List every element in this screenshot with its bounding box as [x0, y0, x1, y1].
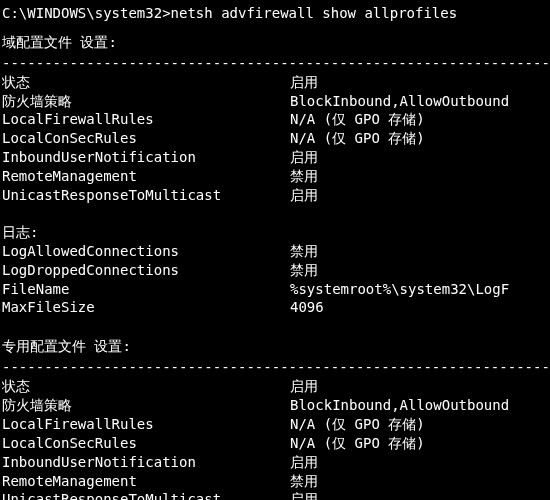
output-row: 防火墙策略BlockInbound,AllowOutbound [2, 396, 548, 415]
output-value: 启用 [290, 186, 548, 205]
output-key: LogAllowedConnections [2, 242, 290, 261]
output-key: LocalConSecRules [2, 434, 290, 453]
divider: ----------------------------------------… [2, 358, 548, 377]
output-key: LogDroppedConnections [2, 261, 290, 280]
output-value: 禁用 [290, 261, 548, 280]
prompt-command: netsh advfirewall show allprofiles [171, 5, 458, 21]
output-row: LocalConSecRulesN/A (仅 GPO 存储) [2, 434, 548, 453]
output-value: 禁用 [290, 472, 548, 491]
output-value: N/A (仅 GPO 存储) [290, 129, 548, 148]
output-key: FileName [2, 280, 290, 299]
output-row: RemoteManagement禁用 [2, 167, 548, 186]
output-value: 启用 [290, 73, 548, 92]
output-row: UnicastResponseToMulticast启用 [2, 490, 548, 500]
output-value: 禁用 [290, 167, 548, 186]
profile-header-private: 专用配置文件 设置: [2, 337, 548, 356]
output-key: UnicastResponseToMulticast [2, 186, 290, 205]
output-row: MaxFileSize4096 [2, 298, 548, 317]
output-key: MaxFileSize [2, 298, 290, 317]
output-key: InboundUserNotification [2, 148, 290, 167]
output-value: N/A (仅 GPO 存储) [290, 110, 548, 129]
output-value: 4096 [290, 298, 548, 317]
output-row: UnicastResponseToMulticast启用 [2, 186, 548, 205]
output-key: LocalFirewallRules [2, 415, 290, 434]
output-value: BlockInbound,AllowOutbound [290, 396, 548, 415]
output-value: 启用 [290, 377, 548, 396]
divider: ----------------------------------------… [2, 54, 548, 73]
prompt-path: C:\WINDOWS\system32> [2, 5, 171, 21]
output-row: InboundUserNotification启用 [2, 453, 548, 472]
output-row: InboundUserNotification启用 [2, 148, 548, 167]
output-value: N/A (仅 GPO 存储) [290, 415, 548, 434]
output-key: RemoteManagement [2, 472, 290, 491]
output-row: LocalConSecRulesN/A (仅 GPO 存储) [2, 129, 548, 148]
blank-line [2, 205, 548, 223]
output-value: 启用 [290, 453, 548, 472]
output-key: LocalConSecRules [2, 129, 290, 148]
output-row: LocalFirewallRulesN/A (仅 GPO 存储) [2, 110, 548, 129]
output-row: LogAllowedConnections禁用 [2, 242, 548, 261]
output-key: 防火墙策略 [2, 92, 290, 111]
output-value: N/A (仅 GPO 存储) [290, 434, 548, 453]
output-key: 状态 [2, 377, 290, 396]
output-key: UnicastResponseToMulticast [2, 490, 290, 500]
output-key: 防火墙策略 [2, 396, 290, 415]
output-value: 启用 [290, 490, 548, 500]
output-row: FileName%systemroot%\system32\LogF [2, 280, 548, 299]
output-value: %systemroot%\system32\LogF [290, 280, 548, 299]
output-key: 日志: [2, 223, 290, 242]
command-prompt-line: C:\WINDOWS\system32>netsh advfirewall sh… [2, 4, 548, 23]
blank-line [2, 317, 548, 331]
output-row: RemoteManagement禁用 [2, 472, 548, 491]
output-value: 禁用 [290, 242, 548, 261]
output-value: 启用 [290, 148, 548, 167]
output-value: BlockInbound,AllowOutbound [290, 92, 548, 111]
output-key: InboundUserNotification [2, 453, 290, 472]
output-row: LogDroppedConnections禁用 [2, 261, 548, 280]
output-row: LocalFirewallRulesN/A (仅 GPO 存储) [2, 415, 548, 434]
output-key: 状态 [2, 73, 290, 92]
output-key: LocalFirewallRules [2, 110, 290, 129]
profile-header-domain: 域配置文件 设置: [2, 33, 548, 52]
output-row: 日志: [2, 223, 548, 242]
output-row: 状态启用 [2, 73, 548, 92]
output-row: 状态启用 [2, 377, 548, 396]
output-value [290, 223, 548, 242]
output-row: 防火墙策略BlockInbound,AllowOutbound [2, 92, 548, 111]
output-key: RemoteManagement [2, 167, 290, 186]
